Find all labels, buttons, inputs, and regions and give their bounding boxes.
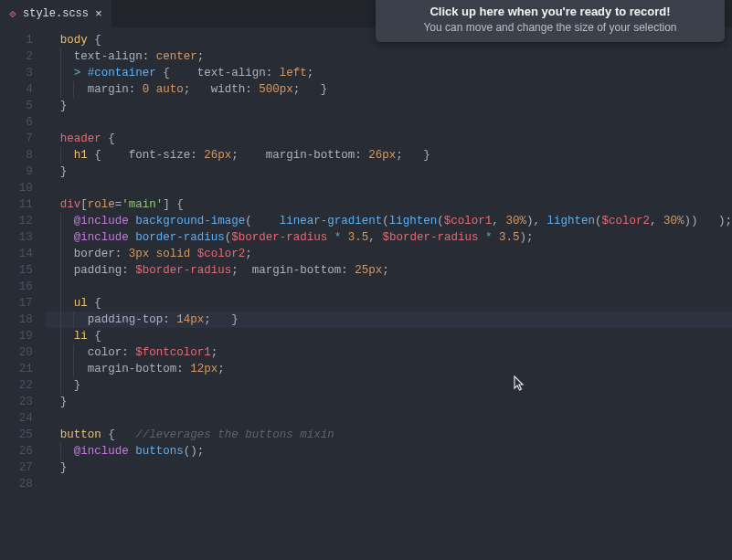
line-number: 25 bbox=[0, 427, 46, 443]
line-number: 23 bbox=[0, 394, 46, 410]
line-number: 13 bbox=[0, 229, 46, 246]
line-number: 11 bbox=[0, 196, 46, 213]
code-line[interactable] bbox=[46, 279, 732, 295]
line-number: 27 bbox=[0, 460, 46, 476]
code-line[interactable]: } bbox=[46, 164, 732, 180]
code-line[interactable] bbox=[46, 180, 732, 196]
line-number: 24 bbox=[0, 410, 46, 427]
code-line[interactable]: li { bbox=[46, 328, 732, 344]
code-line[interactable] bbox=[46, 114, 732, 131]
editor[interactable]: 1234567891011121314151617181920212223242… bbox=[0, 27, 732, 560]
line-number: 28 bbox=[0, 476, 46, 492]
close-icon[interactable]: × bbox=[95, 8, 102, 20]
code-line[interactable]: @include buttons(); bbox=[46, 443, 732, 460]
tab-filename: style.scss bbox=[23, 7, 89, 20]
line-number: 2 bbox=[0, 48, 46, 65]
line-number: 4 bbox=[0, 81, 46, 98]
code-line[interactable]: @include background-image( linear-gradie… bbox=[46, 213, 732, 229]
line-number: 22 bbox=[0, 377, 46, 394]
code-line[interactable]: ul { bbox=[46, 295, 732, 312]
line-number: 19 bbox=[0, 328, 46, 344]
tab-style-scss[interactable]: ⟐ style.scss × bbox=[0, 0, 111, 27]
code-line-active[interactable]: padding-top: 14px; } bbox=[46, 312, 732, 328]
code-line[interactable]: padding: $border-radius; margin-bottom: … bbox=[46, 262, 732, 279]
line-number: 10 bbox=[0, 180, 46, 196]
code-line[interactable]: div[role='main'] { bbox=[46, 196, 732, 213]
code-line[interactable]: margin-bottom: 12px; bbox=[46, 361, 732, 377]
code-line[interactable]: @include border-radius($border-radius * … bbox=[46, 229, 732, 246]
line-number: 18 bbox=[0, 312, 46, 328]
code-line[interactable]: header { bbox=[46, 131, 732, 147]
line-number: 17 bbox=[0, 295, 46, 312]
line-number: 1 bbox=[0, 32, 46, 48]
code-line[interactable]: body { bbox=[46, 32, 732, 48]
line-number: 7 bbox=[0, 131, 46, 147]
overlay-title: Click up here when you're ready to recor… bbox=[385, 4, 716, 20]
code-line[interactable]: } bbox=[46, 377, 732, 394]
line-number: 6 bbox=[0, 114, 46, 131]
code-line[interactable]: } bbox=[46, 98, 732, 114]
code-line[interactable]: margin: 0 auto; width: 500px; } bbox=[46, 81, 732, 98]
line-number: 9 bbox=[0, 164, 46, 180]
line-number: 21 bbox=[0, 361, 46, 377]
code-line[interactable]: border: 3px solid $color2; bbox=[46, 246, 732, 262]
line-number: 26 bbox=[0, 443, 46, 460]
sass-file-icon: ⟐ bbox=[9, 8, 16, 20]
code-line[interactable]: } bbox=[46, 460, 732, 476]
code-line[interactable] bbox=[46, 410, 732, 427]
line-number-gutter: 1234567891011121314151617181920212223242… bbox=[0, 27, 46, 560]
line-number: 8 bbox=[0, 147, 46, 164]
line-number: 5 bbox=[0, 98, 46, 114]
line-number: 16 bbox=[0, 279, 46, 295]
code-line[interactable]: h1 { font-size: 26px; margin-bottom: 26p… bbox=[46, 147, 732, 164]
line-number: 12 bbox=[0, 213, 46, 229]
code-line[interactable]: > #container { text-align: left; bbox=[46, 65, 732, 81]
line-number: 14 bbox=[0, 246, 46, 262]
code-area[interactable]: body { text-align: center; > #container … bbox=[46, 27, 732, 560]
code-line[interactable]: } bbox=[46, 394, 732, 410]
code-line[interactable]: text-align: center; bbox=[46, 48, 732, 65]
line-number: 20 bbox=[0, 344, 46, 361]
line-number: 3 bbox=[0, 65, 46, 81]
code-line[interactable]: color: $fontcolor1; bbox=[46, 344, 732, 361]
code-line[interactable]: button { //leverages the buttons mixin bbox=[46, 427, 732, 443]
line-number: 15 bbox=[0, 262, 46, 279]
code-line[interactable] bbox=[46, 476, 732, 492]
